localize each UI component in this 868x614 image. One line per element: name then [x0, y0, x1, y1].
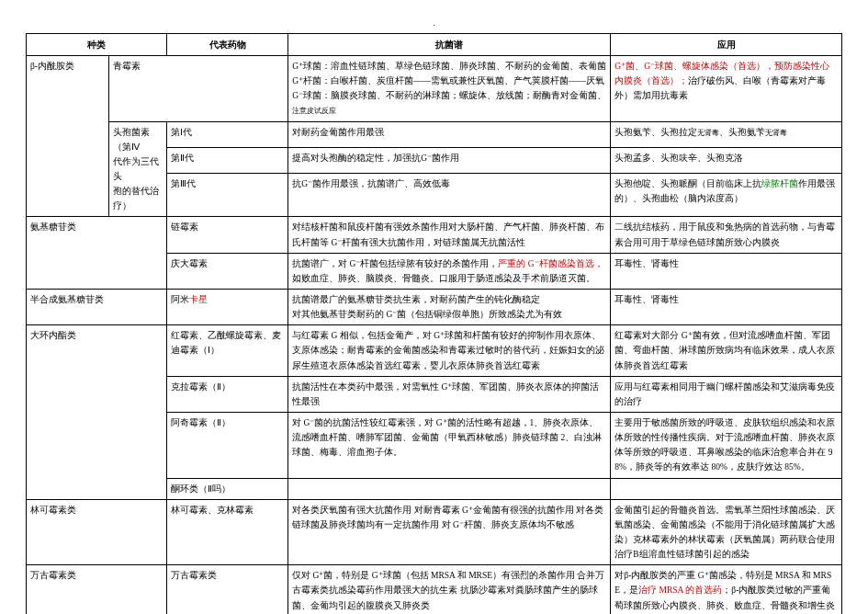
app-streptomycin: 二线抗结核药，用于鼠疫和兔热病的首选药物，与青霉素合用可用于草绿色链球菌所致心内…	[611, 217, 842, 253]
txt: 头孢他啶、头孢哌酮（目前临床上抗	[614, 179, 761, 188]
cat-beta-lactam: β-内酰胺类	[27, 56, 109, 217]
txt: 对其他氨基苷类耐药的 G⁻菌（包括铜绿假单胞）所致感染尤为有效	[292, 310, 562, 319]
label: G⁻球菌：	[292, 91, 331, 100]
gen1: 第Ⅰ代	[167, 121, 288, 147]
spec-lincomycin: 对各类厌氧菌有强大抗菌作用 对耐青霉素 G⁺金葡菌有很强的抗菌作用 对各类链球菌…	[288, 499, 611, 565]
drug-vancomycin: 万古霉素类	[167, 565, 288, 614]
txt-small: 无肾毒	[697, 129, 719, 137]
table-row: 万古霉素类 万古霉素类 仅对 G⁺菌，特别是 G⁺球菌（包括 MRSA 和 MR…	[27, 565, 842, 614]
table-row: 林可霉素类 林可霉素、克林霉素 对各类厌氧菌有强大抗菌作用 对耐青霉素 G⁺金葡…	[27, 499, 842, 565]
app-erythromycin: 红霉素对大部分 G⁺菌有效，但对流感嗜血杆菌、军团菌、弯曲杆菌、淋球菌所致病均有…	[611, 325, 842, 376]
txt-red: 严重的 G⁻杆菌感染首选，	[498, 259, 603, 268]
app-vancomycin: 对β-内酰胺类的严重 G⁺菌感染，特别是 MRSA 和 MRSE，是治疗 MRS…	[611, 565, 842, 614]
drug-clarithromycin: 克拉霉素（Ⅱ）	[167, 376, 288, 412]
th-spectrum: 抗菌谱	[288, 34, 611, 56]
gen1-spec: 对耐药金葡菌作用最强	[288, 121, 611, 147]
spec-gentamicin: 抗菌谱广，对 G⁻杆菌包括绿脓有较好的杀菌作用，严重的 G⁻杆菌感染首选，如败血…	[288, 253, 611, 289]
page-header-dot: ·	[26, 20, 842, 29]
spec-vancomycin: 仅对 G⁺菌，特别是 G⁺球菌（包括 MRSA 和 MRSE）有强烈的杀菌作用 …	[288, 565, 611, 614]
drug-ketolide: 酮环类（Ⅱ吗）	[167, 478, 288, 499]
cat-cephalosporin: 头孢菌素（第Ⅳ 代作为三代头 孢的替代治疗）	[109, 121, 167, 217]
label: G⁺杆菌：	[292, 76, 331, 85]
th-category: 种类	[27, 34, 167, 56]
txt: 抗菌谱最广的氨基糖苷类抗生素，对耐药菌产生的钝化酶稳定	[292, 295, 540, 304]
cat-aminoglycoside: 氨基糖苷类	[27, 217, 167, 290]
cat-lincosamide: 林可霉素类	[27, 499, 167, 565]
txt-green: 绿脓杆菌	[761, 179, 798, 188]
txt: 代作为三代头	[113, 157, 159, 181]
spec-erythromycin: 与红霉素 G 相似，包括金葡产，对 G⁺球菌和杆菌有较好的抑制作用衣原体、支原体…	[288, 325, 611, 376]
antibiotics-table: 种类 代表药物 抗菌谱 应用 β-内酰胺类 青霉素 G⁺球菌：溶血性链球菌、草绿…	[26, 33, 842, 614]
gen2: 第Ⅱ代	[167, 147, 288, 173]
table-header-row: 种类 代表药物 抗菌谱 应用	[27, 34, 842, 56]
gen3-app: 头孢他啶、头孢哌酮（目前临床上抗绿脓杆菌作用最强的）、头孢曲松（脑内浓度高）	[611, 173, 842, 217]
app-clarithromycin: 应用与红霉素相同用于幽门螺杆菌感染和艾滋病毒免疫的治疗	[611, 376, 842, 412]
app-lincomycin: 金葡菌引起的骨髓炎首选。需氧革兰阳性球菌感染、厌氧菌感染、金葡菌感染（不能用于消…	[611, 499, 842, 565]
txt: 、头孢氨苄	[719, 128, 765, 137]
txt: 脑膜炎球菌、不耐药的淋球菌；螺旋体、放线菌；耐酶青对金葡菌、	[331, 91, 606, 100]
txt: 如败血症、肺炎、脑膜炎、骨髓炎。口服用于肠道感染及手术前肠道灭菌。	[292, 274, 595, 283]
gen2-app: 头孢孟多、头孢呋辛、头孢克洛	[611, 147, 842, 173]
table-row: 头孢菌素（第Ⅳ 代作为三代头 孢的替代治疗） 第Ⅰ代 对耐药金葡菌作用最强 头孢…	[27, 121, 842, 147]
drug-azithromycin: 阿奇霉素（Ⅱ）	[167, 412, 288, 478]
drug-amikacin: 阿米卡星	[167, 289, 288, 324]
app-gentamicin: 耳毒性、肾毒性	[611, 253, 842, 289]
label: G⁺球菌：	[292, 62, 331, 71]
gen3-spec: 抗G⁻菌作用最强，抗菌谱广、高效低毒	[288, 173, 611, 217]
table-row: 半合成氨基糖苷类 阿米卡星 抗菌谱最广的氨基糖苷类抗生素，对耐药菌产生的钝化酶稳…	[27, 289, 842, 324]
app-ketolide	[611, 478, 842, 499]
drug-streptomycin: 链霉素	[167, 217, 288, 253]
spec-clarithromycin: 抗菌活性在本类药中最强，对需氧性 G⁺球菌、军团菌、肺炎衣原体的抑菌活性最强	[288, 376, 611, 412]
table-row: 大环内酯类 红霉素、乙酰螺旋霉素、麦迪霉素（Ⅰ） 与红霉素 G 相似，包括金葡产…	[27, 325, 842, 376]
spec-azithromycin: 对 G⁻菌的抗菌活性较红霉素强，对 G⁺菌的活性略有超越，1、肺炎衣原体、流感嗜…	[288, 412, 611, 478]
drug-penicillin: 青霉素	[109, 56, 288, 122]
txt: 孢的替代治疗）	[113, 187, 159, 210]
cat-macrolide: 大环内酯类	[27, 325, 167, 499]
txt: 溶血性链球菌、草绿色链球菌、肺炎球菌、不耐药的金葡菌、表葡菌	[331, 62, 606, 71]
gen2-spec: 提高对头孢酶的稳定性，加强抗G⁻菌作用	[288, 147, 611, 173]
app-azithromycin: 主要用于敏感菌所致的呼吸道、皮肤软组织感染和衣原体所致的性传播性疾病。对于流感嗜…	[611, 412, 842, 478]
txt: 头孢菌素（第Ⅳ	[113, 128, 150, 152]
txt: 抗菌谱广，对 G⁻杆菌包括绿脓有较好的杀菌作用，	[292, 259, 498, 268]
drug-lincomycin: 林可霉素、克林霉素	[167, 499, 288, 565]
gen3: 第Ⅲ代	[167, 173, 288, 217]
table-row: β-内酰胺类 青霉素 G⁺球菌：溶血性链球菌、草绿色链球菌、肺炎球菌、不耐药的金…	[27, 56, 842, 122]
txt-red: 治疗 MRSA 的首选药	[638, 586, 722, 595]
spec-amikacin: 抗菌谱最广的氨基糖苷类抗生素，对耐药菌产生的钝化酶稳定 对其他氨基苷类耐药的 G…	[288, 289, 611, 324]
table-row: 氨基糖苷类 链霉素 对结核杆菌和鼠疫杆菌有强效杀菌作用对大肠杆菌、产气杆菌、肺炎…	[27, 217, 842, 253]
drug-gentamicin: 庆大霉素	[167, 253, 288, 289]
txt: 阿米	[171, 295, 189, 304]
th-drug: 代表药物	[167, 34, 288, 56]
txt-small: 注意皮试反应	[292, 107, 336, 115]
gen1-app: 头孢氨苄、头孢拉定无肾毒、头孢氨苄无肾毒	[611, 121, 842, 147]
cat-semisyn-ag: 半合成氨基糖苷类	[27, 289, 167, 324]
drug-erythromycin: 红霉素、乙酰螺旋霉素、麦迪霉素（Ⅰ）	[167, 325, 288, 376]
app-amikacin: 耳毒性、肾毒性	[611, 289, 842, 324]
spec-ketolide	[288, 478, 611, 499]
cat-vancomycin: 万古霉素类	[27, 565, 167, 614]
th-application: 应用	[611, 34, 842, 56]
spec-penicillin: G⁺球菌：溶血性链球菌、草绿色链球菌、肺炎球菌、不耐药的金葡菌、表葡菌 G⁺杆菌…	[288, 56, 611, 122]
txt-red: 卡星	[189, 295, 208, 304]
app-penicillin: G⁺菌、G⁻球菌、螺旋体感染（首选），预防感染性心内膜炎（首选）；治疗破伤风、白…	[611, 56, 842, 122]
txt: 白喉杆菌、炭疽杆菌——需氧或兼性厌氧菌、产气荚膜杆菌——厌氧	[331, 76, 604, 85]
txt: 头孢氨苄、头孢拉定	[614, 128, 697, 137]
txt-small: 无肾毒	[765, 129, 787, 137]
spec-streptomycin: 对结核杆菌和鼠疫杆菌有强效杀菌作用对大肠杆菌、产气杆菌、肺炎杆菌、布氏杆菌等 G…	[288, 217, 611, 253]
